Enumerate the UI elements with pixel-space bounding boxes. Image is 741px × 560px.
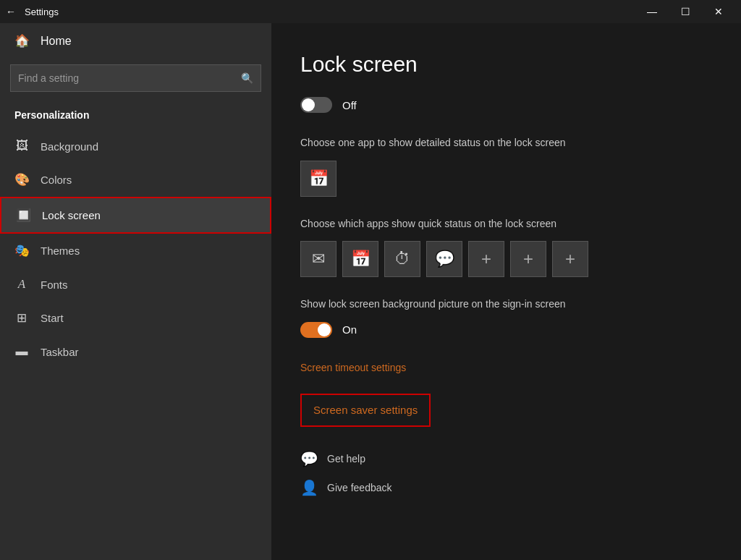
home-icon: 🏠 bbox=[14, 33, 29, 48]
add-icon-1: + bbox=[481, 249, 491, 269]
back-button[interactable]: ← bbox=[6, 6, 16, 17]
alarms-icon: ⏱ bbox=[394, 250, 410, 268]
sidebar-item-colors[interactable]: 🎨 Colors bbox=[0, 163, 271, 197]
sidebar-item-lock-screen[interactable]: 🔲 Lock screen bbox=[0, 197, 271, 234]
detailed-app-calendar[interactable]: 📅 bbox=[300, 161, 336, 197]
screen-timeout-link[interactable]: Screen timeout settings bbox=[300, 362, 406, 373]
get-help-icon: 💬 bbox=[300, 450, 318, 467]
show-bg-toggle[interactable] bbox=[300, 322, 332, 338]
give-feedback-row[interactable]: 👤 Give feedback bbox=[300, 479, 705, 496]
quick-app-messaging[interactable]: 💬 bbox=[426, 241, 462, 277]
lock-screen-toggle-row: Off bbox=[300, 97, 705, 113]
sidebar-item-fonts[interactable]: A Fonts bbox=[0, 268, 271, 301]
show-bg-toggle-row: On bbox=[300, 322, 705, 338]
colors-icon: 🎨 bbox=[14, 172, 29, 187]
toggle1-label: Off bbox=[342, 99, 357, 111]
start-label: Start bbox=[41, 312, 64, 324]
toggle2-label: On bbox=[342, 323, 357, 336]
quick-app-add-1[interactable]: + bbox=[468, 241, 504, 277]
lock-screen-toggle[interactable] bbox=[300, 97, 332, 113]
give-feedback-label: Give feedback bbox=[327, 482, 392, 493]
background-icon: 🖼 bbox=[14, 139, 29, 153]
sidebar: 🏠 Home 🔍 Personalization 🖼 Background 🎨 … bbox=[0, 23, 271, 560]
quick-app-mail[interactable]: ✉ bbox=[300, 241, 336, 277]
sidebar-item-home[interactable]: 🏠 Home bbox=[0, 23, 271, 59]
quick-app-add-3[interactable]: + bbox=[552, 241, 588, 277]
fonts-label: Fonts bbox=[41, 279, 68, 291]
colors-label: Colors bbox=[41, 174, 72, 186]
sidebar-item-background[interactable]: 🖼 Background bbox=[0, 130, 271, 163]
quick-app-add-2[interactable]: + bbox=[510, 241, 546, 277]
background-label: Background bbox=[41, 140, 98, 153]
search-box[interactable]: 🔍 bbox=[10, 64, 261, 92]
quick-app-alarms[interactable]: ⏱ bbox=[384, 241, 420, 277]
calendar-icon-2: 📅 bbox=[351, 250, 370, 268]
get-help-row[interactable]: 💬 Get help bbox=[300, 450, 705, 467]
lock-screen-icon: 🔲 bbox=[16, 208, 30, 223]
taskbar-icon: ▬ bbox=[14, 344, 29, 359]
calendar-icon: 📅 bbox=[309, 169, 329, 188]
screen-saver-label: Screen saver settings bbox=[313, 404, 418, 416]
section-title: Personalization bbox=[0, 103, 271, 127]
page-title: Lock screen bbox=[300, 52, 705, 77]
detailed-app-row: 📅 bbox=[300, 161, 705, 197]
themes-label: Themes bbox=[41, 245, 80, 257]
show-bg-label: Show lock screen background picture on t… bbox=[300, 297, 705, 312]
search-icon: 🔍 bbox=[241, 72, 253, 84]
toggle-knob-2 bbox=[318, 323, 331, 336]
minimize-button[interactable]: — bbox=[635, 0, 669, 23]
sidebar-item-start[interactable]: ⊞ Start bbox=[0, 301, 271, 335]
lock-screen-label: Lock screen bbox=[42, 209, 101, 221]
fonts-icon: A bbox=[14, 277, 29, 292]
main-container: 🏠 Home 🔍 Personalization 🖼 Background 🎨 … bbox=[0, 23, 741, 560]
toggle-knob bbox=[302, 98, 315, 111]
messaging-icon: 💬 bbox=[435, 250, 454, 268]
get-help-label: Get help bbox=[327, 453, 365, 464]
content-area: Lock screen Off Choose one app to show d… bbox=[271, 23, 741, 560]
quick-app-calendar[interactable]: 📅 bbox=[342, 241, 378, 277]
sidebar-item-themes[interactable]: 🎭 Themes bbox=[0, 234, 271, 268]
add-icon-2: + bbox=[523, 249, 533, 269]
mail-icon: ✉ bbox=[312, 250, 325, 268]
add-icon-3: + bbox=[565, 249, 575, 269]
themes-icon: 🎭 bbox=[14, 243, 29, 258]
start-icon: ⊞ bbox=[14, 310, 29, 326]
app-title: Settings bbox=[25, 7, 635, 17]
home-label: Home bbox=[41, 35, 72, 48]
window-controls: — ☐ ✕ bbox=[635, 0, 735, 23]
close-button[interactable]: ✕ bbox=[702, 0, 735, 23]
quick-apps-row: ✉ 📅 ⏱ 💬 + + + bbox=[300, 241, 705, 277]
detailed-status-label: Choose one app to show detailed status o… bbox=[300, 136, 705, 150]
quick-status-label: Choose which apps show quick status on t… bbox=[300, 217, 705, 232]
maximize-button[interactable]: ☐ bbox=[669, 0, 702, 23]
search-input[interactable] bbox=[18, 72, 241, 84]
taskbar-label: Taskbar bbox=[41, 346, 79, 358]
title-bar: ← Settings — ☐ ✕ bbox=[0, 0, 741, 23]
screen-saver-box[interactable]: Screen saver settings bbox=[300, 394, 431, 427]
sidebar-item-taskbar[interactable]: ▬ Taskbar bbox=[0, 335, 271, 368]
give-feedback-icon: 👤 bbox=[300, 479, 318, 496]
